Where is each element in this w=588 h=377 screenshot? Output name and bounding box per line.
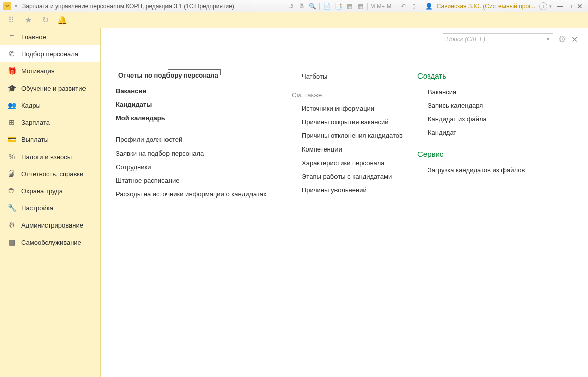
header-see-also: См. также: [292, 88, 407, 102]
link-candidate-stages[interactable]: Этапы работы с кандидатами: [302, 170, 407, 183]
sidebar-item-selfservice[interactable]: ▤ Самообслуживание: [0, 234, 100, 251]
sidebar-item-taxes[interactable]: % Налоги и взносы: [0, 148, 100, 165]
toolbar-preview-icon[interactable]: 🔍: [308, 2, 317, 11]
user-icon: 👤: [425, 2, 434, 11]
link-rejection-reasons[interactable]: Причины отклонения кандидатов: [302, 129, 407, 142]
window-minimize-icon[interactable]: —: [555, 2, 565, 11]
sidebar-item-recruitment[interactable]: ✆ Подбор персонала: [0, 45, 100, 62]
link-info-sources[interactable]: Источники информации: [302, 102, 407, 115]
sidebar-item-safety[interactable]: ⛑ Охрана труда: [0, 182, 100, 199]
user-label[interactable]: Савинская З.Ю. (Системный прог...: [437, 3, 535, 10]
toolbar-calendar-icon[interactable]: ▦: [356, 2, 365, 11]
sidebar-item-main[interactable]: ≡ Главное: [0, 28, 100, 45]
create-calendar-entry[interactable]: Запись календаря: [428, 99, 538, 112]
sidebar: ≡ Главное ✆ Подбор персонала 🎁 Мотивация…: [0, 28, 101, 377]
memory-mminus[interactable]: M-: [387, 3, 393, 9]
sidebar-item-salary[interactable]: ⊞ Зарплата: [0, 114, 100, 131]
phone-icon: ✆: [6, 49, 17, 58]
settings-gear-icon[interactable]: ⚙: [558, 34, 566, 45]
toolbar-print-icon[interactable]: 🖶: [297, 2, 306, 11]
link-employees[interactable]: Сотрудники: [116, 160, 282, 174]
graduation-icon: 🎓: [6, 84, 17, 93]
link-recruitment-requests[interactable]: Заявки на подбор персонала: [116, 146, 282, 160]
panel-close-icon[interactable]: ✕: [571, 35, 578, 44]
toolbar-back-icon[interactable]: ↶: [399, 2, 408, 11]
content-area: × ⚙ ✕ Отчеты по подбору персонала Ваканс…: [101, 28, 588, 377]
notifications-bell-icon[interactable]: 🔔: [56, 14, 68, 26]
sidebar-item-label: Настройка: [21, 204, 53, 212]
sidebar-item-training[interactable]: 🎓 Обучение и развитие: [0, 80, 100, 97]
sidebar-item-label: Кадры: [21, 102, 41, 109]
sidebar-item-label: Обучение и развитие: [21, 85, 86, 92]
create-candidate-from-file[interactable]: Кандидат из файла: [428, 112, 538, 126]
app-menu-dropdown-icon[interactable]: ▾: [12, 3, 19, 10]
search-bar: × ⚙ ✕: [443, 33, 578, 45]
sidebar-item-label: Главное: [21, 33, 46, 41]
app-logo-icon: 1c: [3, 2, 11, 10]
sidebar-item-reports[interactable]: 🗐 Отчетность, справки: [0, 165, 100, 182]
apps-grid-icon[interactable]: ⠿: [5, 14, 17, 26]
info-icon[interactable]: i: [539, 2, 547, 10]
link-my-calendar[interactable]: Мой календарь: [116, 111, 282, 125]
link-personnel-chars[interactable]: Характеристики персонала: [302, 156, 407, 170]
menu-icon: ≡: [6, 32, 17, 41]
separator: [422, 3, 422, 10]
sidebar-item-settings[interactable]: 🔧 Настройка: [0, 199, 100, 216]
percent-icon: %: [6, 152, 17, 161]
service-load-candidates[interactable]: Загрузка кандидатов из файлов: [428, 163, 538, 177]
link-job-profiles[interactable]: Профили должностей: [116, 133, 282, 146]
create-candidate[interactable]: Кандидат: [428, 126, 538, 139]
link-vacancy-reasons[interactable]: Причины открытия вакансий: [302, 115, 407, 129]
create-vacancy[interactable]: Вакансия: [428, 85, 538, 99]
wrench-icon: 🔧: [6, 203, 17, 212]
separator: [396, 3, 396, 10]
favorites-star-icon[interactable]: ★: [22, 14, 34, 26]
link-vacancies[interactable]: Вакансии: [116, 84, 282, 98]
memory-mplus[interactable]: M+: [377, 3, 385, 9]
link-candidates[interactable]: Кандидаты: [116, 98, 282, 111]
toolbar-calc-icon[interactable]: ▦: [345, 2, 354, 11]
gift-icon: 🎁: [6, 66, 17, 76]
toolbar-strip: ⠿ ★ ↻ 🔔: [0, 12, 588, 28]
header-create: Создать: [417, 69, 538, 85]
helmet-icon: ⛑: [6, 186, 17, 195]
main-area: ≡ Главное ✆ Подбор персонала 🎁 Мотивация…: [0, 28, 588, 377]
link-dismissal-reasons[interactable]: Причины увольнений: [302, 183, 407, 197]
sidebar-item-label: Выплаты: [21, 136, 49, 143]
search-clear-button[interactable]: ×: [543, 33, 553, 45]
link-source-expenses[interactable]: Расходы на источники информации о кандид…: [116, 187, 282, 201]
toolbar-book-icon[interactable]: ▯: [410, 2, 419, 11]
toolbar-doc2-icon[interactable]: 📑: [333, 2, 343, 11]
sidebar-item-label: Администрирование: [21, 221, 83, 229]
history-icon[interactable]: ↻: [39, 14, 51, 26]
link-competencies[interactable]: Компетенции: [302, 142, 407, 156]
sidebar-item-label: Подбор персонала: [21, 50, 78, 58]
sidebar-item-admin[interactable]: ⚙ Администрирование: [0, 216, 100, 234]
sidebar-item-payments[interactable]: 💳 Выплаты: [0, 131, 100, 148]
memory-m[interactable]: M: [370, 3, 375, 9]
separator: [319, 3, 320, 10]
list-icon: ▤: [6, 238, 17, 247]
window-close-icon[interactable]: ✕: [575, 2, 585, 11]
link-chatbots[interactable]: Чатботы: [302, 69, 407, 83]
header-service: Сервис: [417, 147, 538, 163]
sidebar-item-motivation[interactable]: 🎁 Мотивация: [0, 62, 100, 80]
link-staffing[interactable]: Штатное расписание: [116, 174, 282, 187]
toolbar-save-icon[interactable]: 🖫: [286, 2, 295, 11]
people-icon: 👥: [6, 101, 17, 110]
sidebar-item-hr[interactable]: 👥 Кадры: [0, 97, 100, 114]
sidebar-item-label: Зарплата: [21, 119, 50, 126]
search-input[interactable]: [443, 33, 543, 45]
sidebar-item-label: Мотивация: [21, 67, 55, 75]
sidebar-item-label: Самообслуживание: [21, 239, 81, 246]
titlebar: 1c ▾ Зарплата и управление персоналом КО…: [0, 0, 588, 12]
toolbar-doc1-icon[interactable]: 📄: [322, 2, 331, 11]
link-recruitment-reports[interactable]: Отчеты по подбору персонала: [116, 69, 221, 81]
info-dropdown-icon[interactable]: ▾: [549, 4, 552, 9]
sidebar-item-label: Охрана труда: [21, 187, 63, 195]
separator: [367, 3, 368, 10]
window-maximize-icon[interactable]: □: [565, 2, 575, 11]
column-see-also: Чатботы См. также Источники информации П…: [292, 69, 417, 201]
docs-icon: 🗐: [6, 169, 17, 178]
window-title: Зарплата и управление персоналом КОРП, р…: [22, 3, 234, 10]
